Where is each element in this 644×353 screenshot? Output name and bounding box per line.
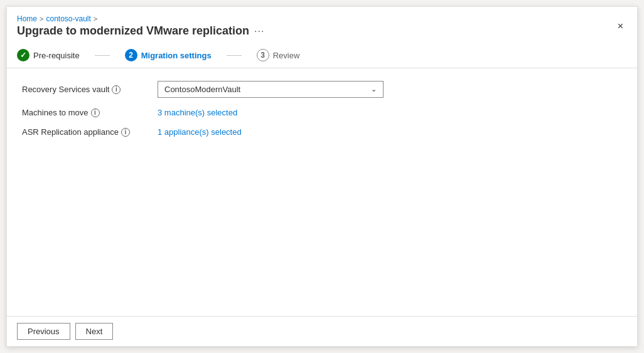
step1-icon: ✓ — [17, 49, 30, 61]
appliance-label: ASR Replication appliance i — [22, 127, 148, 137]
step2-icon: 2 — [125, 49, 137, 61]
steps-bar: ✓ Pre-requisite 2 Migration settings 3 R… — [7, 43, 637, 68]
machines-link[interactable]: 3 machine(s) selected — [158, 108, 237, 117]
step2-label: Migration settings — [141, 51, 212, 60]
vault-label: Recovery Services vault i — [22, 85, 148, 94]
appliance-info-icon[interactable]: i — [121, 128, 130, 137]
appliance-link[interactable]: 1 appliance(s) selected — [158, 127, 242, 137]
step1-label: Pre-requisite — [33, 51, 80, 60]
machines-row: Machines to move i 3 machine(s) selected — [22, 108, 622, 117]
modal-footer: Previous Next — [7, 316, 637, 346]
modal-body: Recovery Services vault i ContosoModernV… — [7, 68, 637, 316]
machines-control: 3 machine(s) selected — [158, 108, 237, 117]
step-review[interactable]: 3 Review — [257, 49, 300, 61]
more-options-icon[interactable]: ··· — [254, 26, 264, 37]
step-migration-settings[interactable]: 2 Migration settings — [125, 49, 212, 61]
breadcrumb-vault[interactable]: contoso-vault — [46, 14, 90, 23]
appliance-control: 1 appliance(s) selected — [158, 127, 242, 137]
step3-label: Review — [273, 51, 300, 60]
vault-info-icon[interactable]: i — [112, 85, 121, 94]
modal-header: Home > contoso-vault > Upgrade to modern… — [7, 7, 637, 43]
step-pre-requisite[interactable]: ✓ Pre-requisite — [17, 49, 80, 61]
machines-label: Machines to move i — [22, 108, 148, 117]
title-row: Upgrade to modernized VMware replication… — [17, 24, 264, 38]
vault-control: ContosoModernVault ⌄ — [158, 81, 384, 98]
breadcrumb-home[interactable]: Home — [17, 14, 37, 23]
modal-dialog: Home > contoso-vault > Upgrade to modern… — [6, 6, 638, 347]
vault-select[interactable]: ContosoModernVault ⌄ — [158, 81, 384, 98]
step-sep-1 — [95, 55, 110, 56]
machines-info-icon[interactable]: i — [91, 108, 100, 117]
step-sep-2 — [227, 55, 242, 56]
close-button[interactable]: × — [614, 19, 627, 34]
previous-button[interactable]: Previous — [17, 323, 70, 340]
breadcrumb-sep2: > — [94, 15, 97, 23]
header-left: Home > contoso-vault > Upgrade to modern… — [17, 14, 264, 38]
chevron-down-icon: ⌄ — [371, 85, 377, 93]
breadcrumb-sep1: > — [40, 15, 43, 23]
step3-icon: 3 — [257, 49, 269, 61]
appliance-row: ASR Replication appliance i 1 appliance(… — [22, 127, 622, 137]
vault-select-value: ContosoModernVault — [164, 85, 240, 94]
vault-row: Recovery Services vault i ContosoModernV… — [22, 81, 622, 98]
page-title: Upgrade to modernized VMware replication — [17, 24, 249, 38]
next-button[interactable]: Next — [75, 323, 114, 340]
breadcrumb: Home > contoso-vault > — [17, 14, 264, 23]
